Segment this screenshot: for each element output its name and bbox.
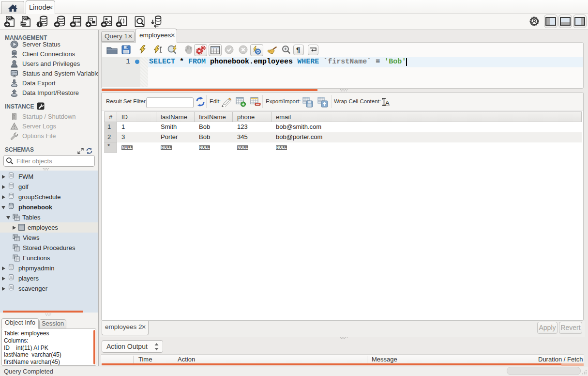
svg-text:A: A <box>385 99 390 106</box>
